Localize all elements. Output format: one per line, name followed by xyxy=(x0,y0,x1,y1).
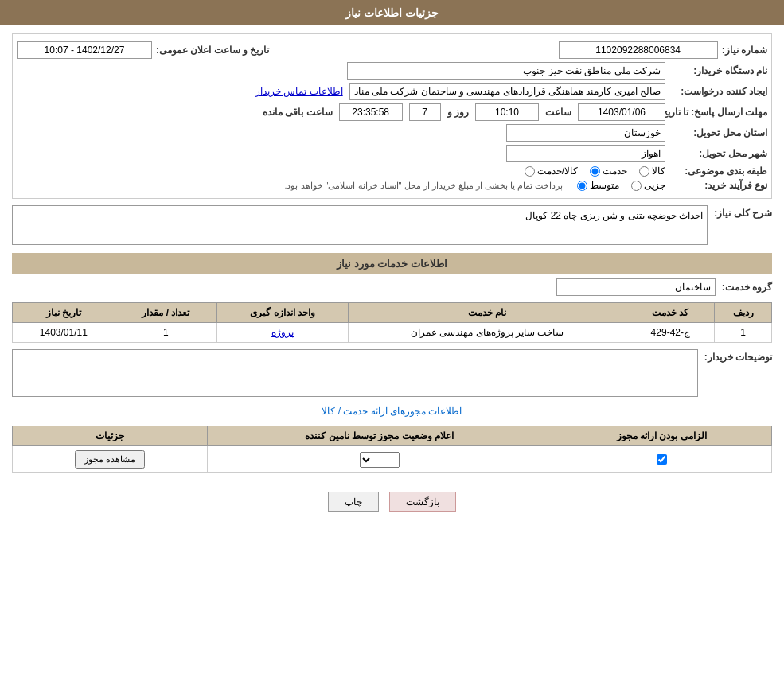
service-group-value: ساختمان xyxy=(556,278,716,296)
need-number-group: شماره نیاز: 1102092288006834 xyxy=(559,41,767,59)
cell-status: -- دارم ندارم xyxy=(207,446,552,473)
row-province: استان محل تحویل: خوزستان xyxy=(17,124,767,142)
buyer-notes-row: توضیحات خریدار: xyxy=(12,349,772,397)
radio-motavaset-input[interactable] xyxy=(577,181,587,191)
cell-details: مشاهده مجوز xyxy=(13,446,208,473)
radio-khedmat: خدمت xyxy=(590,165,627,177)
radio-jozi: جزیی xyxy=(631,180,665,191)
print-button[interactable]: چاپ xyxy=(328,492,379,512)
deadline-time: 10:10 xyxy=(475,103,539,121)
status-select[interactable]: -- دارم ندارم xyxy=(360,452,400,468)
cell-code-1: ج-42-429 xyxy=(626,323,715,343)
page-wrapper: جزئیات اطلاعات نیاز شماره نیاز: 11020922… xyxy=(0,0,784,696)
view-license-button[interactable]: مشاهده مجوز xyxy=(75,450,145,469)
page-header: جزئیات اطلاعات نیاز xyxy=(0,0,784,25)
page-title: جزئیات اطلاعات نیاز xyxy=(345,6,439,19)
cell-required xyxy=(552,446,771,473)
creator-label: ایجاد کننده درخواست: xyxy=(672,86,767,97)
services-header: اطلاعات خدمات مورد نیاز xyxy=(12,253,772,274)
licenses-link: اطلاعات مجوزهای ارائه خدمت / کالا xyxy=(12,403,772,419)
category-radio-group: کالا خدمت کالا/خدمت xyxy=(525,165,665,177)
category-label: طبقه بندی موضوعی: xyxy=(672,165,767,177)
license-row: -- دارم ندارم مشاهده مجوز xyxy=(13,446,772,473)
col-header-quantity: تعداد / مقدار xyxy=(115,303,217,323)
radio-kala: کالا xyxy=(639,165,665,177)
radio-kala-khedmat: کالا/خدمت xyxy=(525,165,578,177)
cell-row-1: 1 xyxy=(715,323,772,343)
deadline-day-count: 7 xyxy=(409,103,441,121)
radio-kala-input[interactable] xyxy=(639,166,649,177)
licenses-table: الزامی بودن ارائه مجوز اعلام وضعیت مجوز … xyxy=(12,426,772,473)
buyer-notes-textarea[interactable] xyxy=(12,349,698,397)
table-row: 1 ج-42-429 ساخت سایر پروژه‌های مهندسی عم… xyxy=(13,323,772,343)
purchase-type-label: نوع فرآیند خرید: xyxy=(672,180,767,191)
col-header-date: تاریخ نیاز xyxy=(13,303,115,323)
col-header-name: نام خدمت xyxy=(348,303,626,323)
creator-link[interactable]: اطلاعات تماس خریدار xyxy=(255,86,343,97)
back-button[interactable]: بازگشت xyxy=(389,492,456,512)
deadline-label: مهلت ارسال پاسخ: تا تاریخ: xyxy=(672,107,767,118)
need-summary-value: احداث حوضچه بتنی و شن ریزی چاه 22 کوپال xyxy=(12,205,708,245)
content-area: شماره نیاز: 1102092288006834 تاریخ و ساع… xyxy=(0,25,784,532)
bottom-buttons: بازگشت چاپ xyxy=(12,480,772,524)
purchase-type-note: پرداخت تمام یا بخشی از مبلغ خریدار از مح… xyxy=(284,181,563,191)
licenses-section-title: اطلاعات مجوزهای ارائه خدمت / کالا xyxy=(322,406,462,417)
service-group-label: گروه خدمت: xyxy=(722,282,772,293)
row-purchase-type: نوع فرآیند خرید: جزیی متوسط پرداخت تمام … xyxy=(17,180,767,191)
col-header-code: کد خدمت xyxy=(626,303,715,323)
purchase-type-radio-group: جزیی متوسط xyxy=(577,180,665,191)
radio-jozi-label: جزیی xyxy=(644,180,665,191)
need-number-label: شماره نیاز: xyxy=(722,45,767,56)
row-need-number: شماره نیاز: 1102092288006834 تاریخ و ساع… xyxy=(17,41,767,59)
required-checkbox[interactable] xyxy=(657,454,667,465)
city-label: شهر محل تحویل: xyxy=(672,148,767,159)
radio-kala-label: کالا xyxy=(652,165,665,177)
row-city: شهر محل تحویل: اهواز xyxy=(17,145,767,162)
row-creator: ایجاد کننده درخواست: صالح امیری کارمند ه… xyxy=(17,83,767,100)
col-header-details: جزئیات xyxy=(13,426,208,446)
row-category: طبقه بندی موضوعی: کالا خدمت کالا/خدمت xyxy=(17,165,767,177)
need-number-value: 1102092288006834 xyxy=(559,41,718,59)
cell-unit-1[interactable]: پروژه xyxy=(217,323,349,343)
deadline-remaining-time: 23:35:58 xyxy=(339,103,403,121)
row-buyer-org: نام دستگاه خریدار: شرکت ملی مناطق نفت خی… xyxy=(17,62,767,80)
province-label: استان محل تحویل: xyxy=(672,127,767,138)
radio-kala-khedmat-input[interactable] xyxy=(525,166,535,177)
col-header-unit: واحد اندازه گیری xyxy=(217,303,349,323)
row-service-group: گروه خدمت: ساختمان xyxy=(12,278,772,296)
col-header-required: الزامی بودن ارائه مجوز xyxy=(552,426,771,446)
buyer-org-label: نام دستگاه خریدار: xyxy=(672,65,767,76)
city-value: اهواز xyxy=(506,145,665,162)
need-summary-label: شرح کلی نیاز: xyxy=(714,205,772,219)
deadline-time-label: ساعت xyxy=(545,107,571,118)
buyer-notes-label: توضیحات خریدار: xyxy=(704,349,772,363)
announcement-date-value: 1402/12/27 - 10:07 xyxy=(17,41,152,59)
radio-khedmat-label: خدمت xyxy=(603,165,627,177)
creator-value: صالح امیری کارمند هماهنگی قراردادهای مهن… xyxy=(349,83,665,100)
deadline-day-label: روز و xyxy=(447,107,469,118)
cell-name-1: ساخت سایر پروژه‌های مهندسی عمران xyxy=(348,323,626,343)
radio-jozi-input[interactable] xyxy=(631,181,642,191)
radio-motavaset: متوسط xyxy=(577,180,619,191)
announcement-date-group: تاریخ و ساعت اعلان عمومی: 1402/12/27 - 1… xyxy=(17,41,269,59)
cell-date-1: 1403/01/11 xyxy=(13,323,115,343)
radio-kala-khedmat-label: کالا/خدمت xyxy=(537,165,578,177)
row-deadline: مهلت ارسال پاسخ: تا تاریخ: 1403/01/06 سا… xyxy=(17,103,767,121)
radio-khedmat-input[interactable] xyxy=(590,166,600,177)
radio-motavaset-label: متوسط xyxy=(590,180,619,191)
province-value: خوزستان xyxy=(506,124,665,142)
deadline-date: 1403/01/06 xyxy=(578,103,665,121)
cell-quantity-1: 1 xyxy=(115,323,217,343)
col-header-row: ردیف xyxy=(715,303,772,323)
announcement-date-label: تاریخ و ساعت اعلان عمومی: xyxy=(156,45,269,56)
need-summary-row: شرح کلی نیاز: احداث حوضچه بتنی و شن ریزی… xyxy=(12,205,772,245)
col-header-status: اعلام وضعیت مجوز توسط نامین کننده xyxy=(207,426,552,446)
deadline-remaining-label: ساعت باقی مانده xyxy=(263,107,333,118)
buyer-org-value: شرکت ملی مناطق نفت خیز جنوب xyxy=(347,62,665,80)
main-info-section: شماره نیاز: 1102092288006834 تاریخ و ساع… xyxy=(12,33,772,199)
services-table: ردیف کد خدمت نام خدمت واحد اندازه گیری ت… xyxy=(12,302,772,343)
